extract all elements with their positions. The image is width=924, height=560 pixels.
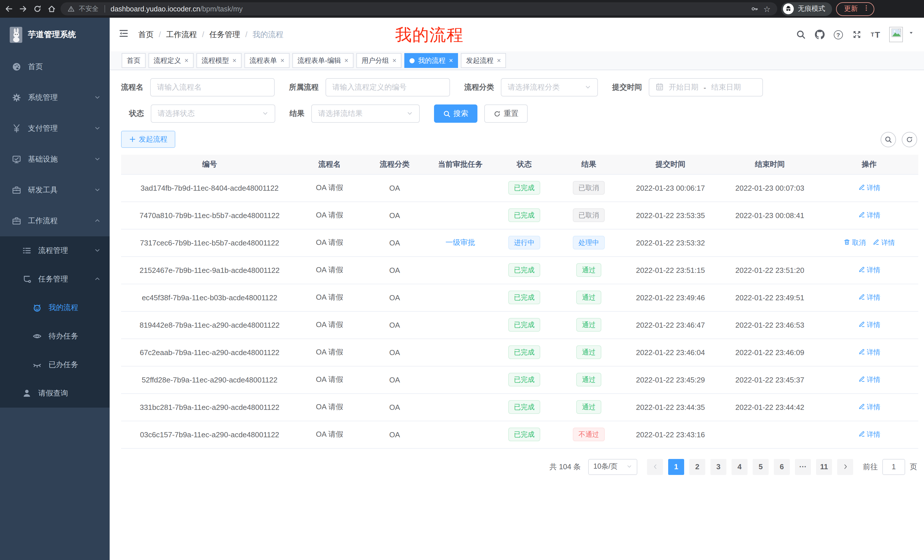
sidebar-item-task-mgmt[interactable]: 任务管理 [0,265,110,293]
more-pages-button[interactable]: ··· [795,459,811,475]
tab-form-edit[interactable]: 流程表单-编辑× [292,53,354,68]
process-name-input[interactable]: 请输入流程名 [150,78,274,96]
detail-action[interactable]: 详情 [858,293,880,302]
cell-current-task [428,284,492,311]
sidebar-item-payment[interactable]: 支付管理 [0,113,110,144]
sidebar-item-workflow[interactable]: 工作流程 [0,205,110,236]
close-icon[interactable]: × [449,57,453,64]
category-select[interactable]: 请选择流程分类 [501,78,598,96]
search-button[interactable]: 搜索 [434,105,477,123]
github-icon[interactable] [814,30,824,39]
browser-update-button[interactable]: 更新 [836,2,874,16]
sidebar-item-infra[interactable]: 基础设施 [0,144,110,175]
divider [104,5,105,13]
cell-end-time: 2022-01-22 23:51:20 [720,256,820,284]
detail-action[interactable]: 详情 [858,347,880,357]
tab-my-process[interactable]: 我的流程× [404,53,458,68]
detail-action[interactable]: 详情 [858,320,880,329]
sidebar-item-todo-task[interactable]: 待办任务 [0,322,110,350]
result-select[interactable]: 请选择流结果 [311,105,420,123]
breadcrumb-item[interactable]: 首页 [138,29,154,40]
status-badge: 已完成 [508,318,540,332]
help-icon[interactable]: ? [834,30,843,39]
reset-button[interactable]: 重置 [484,105,528,123]
sidebar-item-system[interactable]: 系统管理 [0,82,110,113]
close-icon[interactable]: × [392,57,396,64]
close-icon[interactable]: × [232,57,236,64]
table-row: 3ad174fb-7b9d-11ec-8404-acde48001122OA 请… [121,174,918,202]
chevron-down-icon [94,186,100,195]
sidebar-item-home[interactable]: 首页 [0,51,110,82]
close-icon[interactable]: × [280,57,284,64]
cell-actions: 详情 [820,202,918,229]
detail-action[interactable]: 详情 [858,430,880,439]
page-button-1[interactable]: 1 [668,459,684,475]
status-select[interactable]: 请选择状态 [151,105,275,123]
sidebar-collapse-icon[interactable] [119,28,129,40]
sidebar-item-my-process[interactable]: 我的流程 [0,293,110,322]
sidebar-item-done-task[interactable]: 已办任务 [0,350,110,379]
jump-page-input[interactable] [882,459,905,475]
menu-dots-icon[interactable] [863,4,870,13]
detail-action[interactable]: 详情 [858,402,880,412]
create-process-button[interactable]: 发起流程 [121,131,176,148]
page-button-2[interactable]: 2 [689,459,705,475]
app-logo[interactable]: 芋道管理系统 [0,18,110,51]
url-bar[interactable]: 不安全 dashboard.yudao.iocoder.cn/bpm/task/… [60,2,777,15]
breadcrumb-item[interactable]: 任务管理 [209,29,240,40]
prev-page-button[interactable] [647,459,663,475]
refresh-table-button[interactable] [902,132,917,147]
sidebar-item-devtools[interactable]: 研发工具 [0,175,110,205]
page-button-11[interactable]: 11 [816,459,832,475]
detail-action[interactable]: 详情 [858,210,880,220]
security-label[interactable]: 不安全 [79,4,99,13]
cell-end-time: 2022-01-22 23:49:51 [720,284,820,311]
process-table: 编号流程名流程分类当前审批任务状态结果提交时间结束时间操作 3ad174fb-7… [121,155,918,448]
search-icon[interactable] [796,30,806,39]
show-search-button[interactable] [880,132,896,147]
reload-icon[interactable] [32,4,42,14]
tab-process-def[interactable]: 流程定义× [148,53,194,68]
sidebar-item-leave-query[interactable]: 请假查询 [0,379,110,407]
table-row: 331bc281-7b9a-11ec-a290-acde48001122OA 请… [121,393,918,421]
detail-action[interactable]: 详情 [873,238,895,247]
forward-icon[interactable] [18,4,28,14]
cell-process-name: OA 请假 [298,229,361,256]
next-page-button[interactable] [837,459,853,475]
sidebar-item-process-mgmt[interactable]: 流程管理 [0,236,110,265]
close-icon[interactable]: × [497,57,501,64]
page-button-5[interactable]: 5 [753,459,769,475]
home-icon[interactable] [46,4,57,14]
page-button-4[interactable]: 4 [732,459,747,475]
font-size-icon[interactable]: TT [871,30,880,39]
page-button-3[interactable]: 3 [710,459,726,475]
tab-user-group[interactable]: 用户分组× [356,53,402,68]
cell-process-name: OA 请假 [298,202,361,229]
start-date-placeholder: 开始日期 [669,82,698,93]
caret-down-icon[interactable] [909,27,914,38]
tab-process-model[interactable]: 流程模型× [196,53,242,68]
detail-action[interactable]: 详情 [858,183,880,193]
detail-action[interactable]: 详情 [858,265,880,275]
bookmark-star-icon[interactable]: ☆ [762,4,771,13]
close-icon[interactable]: × [344,57,348,64]
detail-action[interactable]: 详情 [858,375,880,385]
tab-process-form[interactable]: 流程表单× [244,53,290,68]
tab-home[interactable]: 首页 [122,53,146,68]
process-def-input[interactable]: 请输入流程定义的编号 [326,78,450,96]
cell-actions: 详情 [820,366,918,393]
tab-start-process[interactable]: 发起流程× [461,53,506,68]
page-size-select[interactable]: 10条/页 [588,459,638,475]
page-button-6[interactable]: 6 [774,459,790,475]
fullscreen-icon[interactable] [852,30,861,39]
breadcrumb-item[interactable]: 工作流程 [166,29,197,40]
close-icon[interactable]: × [184,57,189,64]
cancel-action[interactable]: 取消 [843,238,866,247]
avatar[interactable] [889,27,903,42]
current-task-link[interactable]: 一级审批 [446,238,475,247]
breadcrumb-item: 我的流程 [253,29,284,40]
result-badge: 不通过 [573,428,605,441]
key-icon[interactable] [750,4,759,13]
date-range-picker[interactable]: 开始日期 - 结束日期 [649,78,763,96]
back-icon[interactable] [3,4,14,14]
